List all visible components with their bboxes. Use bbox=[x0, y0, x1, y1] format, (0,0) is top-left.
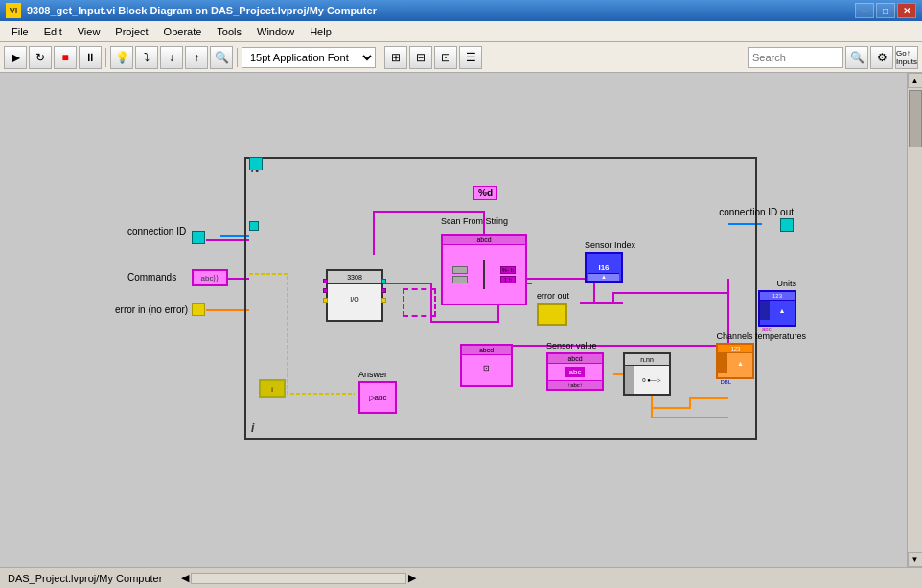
main-area: N i connection ID Commands abc⟩⟩ error i… bbox=[0, 73, 922, 567]
distribute-btn[interactable]: ⊟ bbox=[409, 46, 432, 69]
scroll-up-arrow[interactable]: ▲ bbox=[908, 73, 923, 88]
error-out-label: error out bbox=[537, 291, 569, 301]
minimize-button[interactable]: ─ bbox=[855, 3, 874, 18]
menu-view[interactable]: View bbox=[70, 24, 108, 39]
answer-label: Answer bbox=[358, 370, 397, 379]
scan-from-string-label: Scan From String bbox=[441, 216, 508, 226]
units-label: Units bbox=[758, 279, 796, 288]
sensor-value-label: Sensor value bbox=[546, 341, 604, 351]
separator-1 bbox=[105, 48, 106, 67]
scroll-down-arrow[interactable]: ▼ bbox=[908, 552, 923, 567]
commands-terminal: abc⟩⟩ bbox=[192, 269, 228, 286]
project-path: DAS_Project.lvproj/My Computer bbox=[8, 573, 173, 584]
step-over-btn[interactable]: ⤵ bbox=[135, 46, 158, 69]
menu-help[interactable]: Help bbox=[302, 24, 339, 39]
vi-3308[interactable]: 3308 I/O bbox=[326, 269, 383, 322]
conn-id-input-node bbox=[249, 221, 259, 231]
sensor-value-area: Sensor value abcd abc ↑abc↑ bbox=[546, 341, 604, 391]
sensor-index-area: Sensor Index I16 ▲ bbox=[585, 240, 635, 283]
format-string-label: %d bbox=[473, 186, 497, 200]
search-input[interactable] bbox=[748, 47, 843, 68]
menu-window[interactable]: Window bbox=[249, 24, 302, 39]
horizontal-scroll-arrow[interactable]: ◀ bbox=[181, 572, 189, 584]
commands-label: Commands bbox=[127, 272, 176, 283]
sensor-index-node: I16 ▲ bbox=[585, 252, 623, 283]
channels-temp-area: Channels temperatures 123 ▲ DBL bbox=[716, 331, 806, 379]
maximize-button[interactable]: □ bbox=[876, 3, 895, 18]
menu-file[interactable]: File bbox=[4, 24, 36, 39]
sensor-index-label: Sensor Index bbox=[585, 240, 635, 250]
n-terminal bbox=[249, 157, 263, 170]
error-out-area: error out bbox=[537, 291, 569, 326]
menu-operate[interactable]: Operate bbox=[156, 24, 210, 39]
units-area: Units 123 ▲ abc bbox=[758, 279, 796, 327]
app-icon: VI bbox=[6, 3, 21, 18]
pause-button[interactable]: ⏸ bbox=[79, 46, 102, 69]
toolbar: ▶ ↻ ■ ⏸ 💡 ⤵ ↓ ↑ 🔍 15pt Application Font … bbox=[0, 42, 922, 73]
connection-id-out-label: connection ID out bbox=[719, 207, 794, 217]
sensor-value-node: abcd abc ↑abc↑ bbox=[546, 352, 604, 391]
canvas[interactable]: N i connection ID Commands abc⟩⟩ error i… bbox=[0, 73, 907, 567]
dashed-box bbox=[403, 288, 436, 317]
vertical-scrollbar[interactable]: ▲ ▼ bbox=[907, 73, 922, 567]
close-button[interactable]: ✕ bbox=[897, 3, 916, 18]
reorder-btn[interactable]: ☰ bbox=[459, 46, 482, 69]
step-into-btn[interactable]: ↓ bbox=[160, 46, 183, 69]
num-node: n.nn 0 ●—▷ bbox=[623, 352, 671, 396]
title-bar: VI 9308_get_Input.vi Block Diagram on DA… bbox=[0, 0, 922, 21]
run-continuously-button[interactable]: ↻ bbox=[29, 46, 52, 69]
error-in-terminal bbox=[192, 303, 205, 316]
sub-string-node: abcd ⊡ bbox=[460, 344, 513, 387]
connection-id-terminal bbox=[192, 231, 205, 244]
extra-btn[interactable]: ⚙ bbox=[870, 46, 893, 69]
font-selector[interactable]: 15pt Application Font bbox=[242, 47, 376, 68]
step-out-btn[interactable]: ↑ bbox=[185, 46, 208, 69]
connection-id-label: connection ID bbox=[127, 226, 186, 237]
custom-probe-btn[interactable]: 🔍 bbox=[210, 46, 233, 69]
resize-btn[interactable]: ⊡ bbox=[434, 46, 457, 69]
units-node: 123 ▲ abc bbox=[758, 290, 796, 327]
horizontal-scroll-right-arrow[interactable]: ▶ bbox=[408, 572, 416, 584]
separator-3 bbox=[380, 48, 380, 67]
loop-i-label: i bbox=[251, 421, 254, 435]
channels-temp-node: 123 ▲ DBL bbox=[716, 343, 754, 379]
error-in-label: error in (no error) bbox=[115, 305, 188, 315]
menu-edit[interactable]: Edit bbox=[36, 24, 70, 39]
highlight-btn[interactable]: 💡 bbox=[110, 46, 133, 69]
status-bar: DAS_Project.lvproj/My Computer ◀ ▶ bbox=[0, 567, 922, 588]
search-button[interactable]: 🔍 bbox=[845, 46, 868, 69]
scroll-thumb[interactable] bbox=[909, 90, 922, 147]
abort-button[interactable]: ■ bbox=[54, 46, 77, 69]
menu-project[interactable]: Project bbox=[107, 24, 155, 39]
channels-temp-label: Channels temperatures bbox=[716, 331, 806, 341]
horizontal-scrollbar[interactable] bbox=[191, 573, 406, 584]
scan-from-string-block[interactable]: Scan From String abcd %- b 1 b bbox=[441, 234, 527, 305]
menu-tools[interactable]: Tools bbox=[209, 24, 249, 39]
align-btn[interactable]: ⊞ bbox=[384, 46, 407, 69]
toolbar-right: 🔍 ⚙ Go↑Inputs bbox=[748, 46, 918, 69]
title-bar-text: 9308_get_Input.vi Block Diagram on DAS_P… bbox=[27, 5, 377, 16]
answer-area: Answer ▷abc bbox=[358, 370, 397, 414]
run-button[interactable]: ▶ bbox=[4, 46, 27, 69]
answer-node: ▷abc bbox=[358, 381, 397, 414]
separator-2 bbox=[237, 48, 238, 67]
error-out-node bbox=[537, 303, 567, 326]
menu-bar: File Edit View Project Operate Tools Win… bbox=[0, 21, 922, 42]
goto-btn[interactable]: Go↑Inputs bbox=[895, 46, 918, 69]
conn-id-out-terminal bbox=[780, 218, 794, 232]
window-controls: ─ □ ✕ bbox=[855, 3, 916, 18]
loop-counter-node: i bbox=[259, 379, 286, 398]
